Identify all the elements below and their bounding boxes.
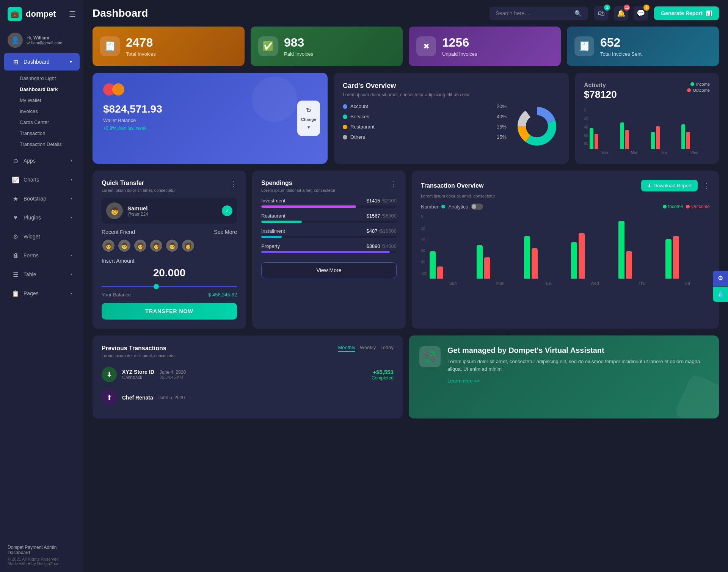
search-bar[interactable]: 🔍 xyxy=(490,7,588,20)
change-label: Change xyxy=(301,117,316,122)
filter-number[interactable]: Number xyxy=(421,204,438,210)
pt-tabs: Monthly Weekly Today xyxy=(338,345,394,352)
subnav-transaction-details[interactable]: Transaction Details xyxy=(0,139,83,150)
more-options-icon[interactable]: ⋮ xyxy=(390,180,397,188)
income-dot xyxy=(663,205,667,208)
hamburger-icon[interactable]: ☰ xyxy=(69,9,76,19)
wallet-change-button[interactable]: ↻ Change ▾ xyxy=(297,101,320,136)
transfer-now-button[interactable]: TRANSFER NOW xyxy=(102,303,237,320)
subnav-dashboard-dark[interactable]: Dashboard Dark xyxy=(0,84,83,95)
spending-amount: $3890 /$4000 xyxy=(366,243,397,249)
download-report-button[interactable]: ⬇ Download Report xyxy=(641,180,698,191)
income-bar xyxy=(681,124,685,149)
spending-row: Installment $487 /$10000 xyxy=(261,228,397,234)
search-input[interactable] xyxy=(496,10,571,16)
sidebar-item-bootstrap[interactable]: ★ Bootstrap › xyxy=(4,190,80,207)
generate-report-button[interactable]: Generate Report 📊 xyxy=(654,6,719,20)
filter-analytics[interactable]: Analytics xyxy=(448,204,468,210)
subnav-invoices[interactable]: Invoices xyxy=(0,106,83,117)
pt-tab-today[interactable]: Today xyxy=(380,345,394,352)
legend-account: Account 20% xyxy=(343,103,507,109)
footer-title: Dompet Payment Admin Dashboard xyxy=(8,545,76,555)
y-label: 100 xyxy=(421,271,427,276)
outcome-bar xyxy=(686,132,690,149)
spending-amount: $487 /$10000 xyxy=(366,228,397,234)
income-bar xyxy=(665,239,672,279)
va-text-group: Get managed by Dompet's Virtual Assistan… xyxy=(447,346,708,384)
subnav-cards-center[interactable]: Cards Center xyxy=(0,117,83,128)
activity-title: Activity xyxy=(584,82,617,89)
friend-avatar[interactable]: 👩 xyxy=(102,239,115,252)
x-label: Mon xyxy=(496,281,504,285)
progress-fill xyxy=(261,221,302,223)
friend-avatar[interactable]: 👨 xyxy=(118,239,131,252)
sidebar-item-table[interactable]: ☰ Table › xyxy=(4,266,80,283)
filter-toggle[interactable] xyxy=(471,204,483,210)
va-learn-more-link[interactable]: Learn more >> xyxy=(447,378,480,384)
logo-text: dompet xyxy=(26,9,56,19)
chevron-right-icon: › xyxy=(71,177,72,182)
pt-date: June 5, 2020 xyxy=(158,395,185,400)
wallet-bg-decoration xyxy=(252,77,297,122)
friend-avatar[interactable]: 👩 xyxy=(133,239,147,252)
big-chart-row: 100 80 60 40 20 0 Sun Mon Tue Wed Thu xyxy=(421,215,710,285)
progress-bar xyxy=(261,251,397,253)
subnav-my-wallet[interactable]: My Wallet xyxy=(0,95,83,106)
view-more-button[interactable]: View More xyxy=(261,262,397,278)
sidebar-item-forms[interactable]: 🖨 Forms › xyxy=(4,247,80,264)
va-description: Lorem ipsum dolor sit amet, consectetur … xyxy=(447,358,708,373)
bag-button[interactable]: 🛍 2 xyxy=(594,6,609,20)
pt-item-name: XYZ Store ID xyxy=(122,369,154,375)
sidebar-item-pages[interactable]: 📋 Pages › xyxy=(4,285,80,302)
chart-icon: 📊 xyxy=(706,10,712,16)
progress-fill xyxy=(261,236,282,238)
user-name: William xyxy=(33,35,49,41)
amount-slider[interactable] xyxy=(102,286,237,287)
spending-current: $1415 xyxy=(366,198,380,204)
filter-label: Number xyxy=(421,204,438,210)
sidebar-item-charts[interactable]: 📈 Charts › xyxy=(4,171,80,188)
sidebar-item-widget[interactable]: ⚙ Widget xyxy=(4,228,80,245)
chevron-right-icon: › xyxy=(71,253,72,258)
balance-label: Your Balance xyxy=(102,292,131,298)
sidebar-item-dashboard[interactable]: ⊞ Dashboard ▾ xyxy=(4,53,80,71)
settings-float-button[interactable]: ⚙ xyxy=(713,271,728,286)
stat-icon-unpaid: ✖ xyxy=(416,36,436,56)
messages-button[interactable]: 💬 5 xyxy=(634,6,648,20)
friend-avatar[interactable]: 👩 xyxy=(149,239,163,252)
notifications-button[interactable]: 🔔 12 xyxy=(614,6,628,20)
logo-area: 💼 dompet ☰ xyxy=(0,0,83,28)
pt-tab-weekly[interactable]: Weekly xyxy=(360,345,376,352)
theme-float-button[interactable]: 💧 xyxy=(713,287,728,302)
stat-label-total: Total Invoices xyxy=(126,51,156,57)
middle-row: $824,571.93 Wallet Balance +0.8% than la… xyxy=(93,73,719,164)
stat-info-sent: 652 Total Invoices Sent xyxy=(600,36,642,57)
bar-group xyxy=(524,236,568,279)
search-icon[interactable]: 🔍 xyxy=(574,10,582,17)
subnav-dashboard-light[interactable]: Dashboard Light xyxy=(0,73,83,84)
bag-icon: 🛍 xyxy=(598,9,605,17)
more-options-icon[interactable]: ⋮ xyxy=(703,182,710,190)
table-row: ⬆ Chef Renata June 5, 2020 xyxy=(102,386,394,409)
pt-tab-monthly[interactable]: Monthly xyxy=(338,345,355,352)
y-label: 0 xyxy=(584,108,588,112)
x-label: Wed xyxy=(590,281,599,285)
more-options-icon[interactable]: ⋮ xyxy=(230,180,237,188)
subnav-transaction[interactable]: Transaction xyxy=(0,128,83,139)
sidebar-item-plugins[interactable]: ♥ Plugins › xyxy=(4,209,80,226)
friend-avatar[interactable]: 👩 xyxy=(181,239,195,252)
activity-amount: $78120 xyxy=(584,89,617,100)
bootstrap-icon: ★ xyxy=(11,194,20,203)
friend-avatar[interactable]: 👨 xyxy=(165,239,179,252)
mc-orange-circle xyxy=(112,83,124,96)
card-overview-content: Account 20% Services 40% xyxy=(343,103,560,149)
y-label: 0 xyxy=(421,215,427,219)
chat-badge: 5 xyxy=(643,5,650,11)
transfer-avatar: 👦 xyxy=(106,202,123,219)
sidebar-item-apps[interactable]: ⊙ Apps › xyxy=(4,152,80,169)
x-label: Tue xyxy=(661,150,668,155)
bell-icon: 🔔 xyxy=(617,9,625,17)
see-more-link[interactable]: See More xyxy=(214,229,237,235)
sidebar-item-label: Apps xyxy=(24,158,36,164)
spending-current: $487 xyxy=(366,228,377,234)
